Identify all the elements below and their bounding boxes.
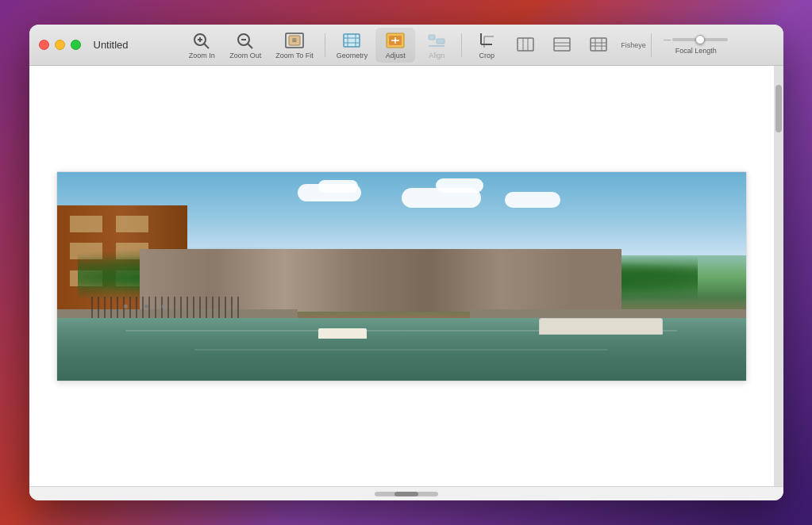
titlebar: Untitled Zoom In [29,25,783,66]
canvas[interactable] [29,66,774,486]
people [112,301,181,318]
svg-text:⊞: ⊞ [292,37,297,43]
align-button[interactable]: Align [417,28,456,63]
close-button[interactable] [39,40,49,50]
panorama-scene [57,172,746,381]
focal-length-slider[interactable] [672,38,728,41]
maximize-button[interactable] [71,40,81,50]
svg-rect-20 [437,39,444,44]
crop-button[interactable]: Crop [467,28,506,63]
minimize-button[interactable] [55,40,65,50]
fisheye-icon-3 [587,35,610,54]
fisheye-btn-1[interactable] [508,32,543,59]
cloud-5 [505,192,560,208]
adjust-icon [384,31,406,50]
boat-2 [539,318,663,335]
window-title: Untitled [94,39,129,51]
svg-rect-10 [344,34,360,47]
crop-icon [475,31,498,50]
zoom-in-icon [190,31,213,50]
zoom-to-fit-icon: ⊞ [283,31,306,50]
adjust-button[interactable]: Adjust [375,28,415,63]
divider-2 [461,33,462,57]
svg-rect-32 [591,38,606,51]
svg-rect-26 [518,38,533,51]
adjust-label: Adjust [386,52,406,59]
fisheye-icon-2 [551,35,573,54]
horizontal-scroll-indicator[interactable] [375,492,438,496]
zoom-out-button[interactable]: Zoom Out [223,28,267,63]
content-area [29,66,783,486]
fisheye-label: Fisheye [621,41,646,49]
svg-rect-19 [429,35,435,40]
geometry-button[interactable]: Geometry [330,28,375,63]
geometry-icon [341,31,363,50]
fisheye-icon-1 [514,35,537,54]
vertical-scrollbar[interactable] [774,66,783,486]
cloud-4 [436,178,483,193]
divider-3 [651,33,652,57]
zoom-out-icon [234,31,256,50]
svg-rect-29 [554,38,570,51]
geometry-label: Geometry [337,52,368,59]
boat-1 [318,328,367,339]
scroll-indicator-thumb [394,492,418,496]
align-label: Align [429,52,444,59]
fisheye-btn-3[interactable] [581,32,616,59]
zoom-out-label: Zoom Out [229,52,261,59]
focal-slider-row: — [664,36,728,44]
main-window: Untitled Zoom In [29,25,783,500]
zoom-to-fit-label: Zoom To Fit [275,52,313,59]
bottom-bar [29,486,783,500]
focal-slider-thumb [695,35,705,44]
crop-label: Crop [479,52,495,59]
focal-length-label: Focal Length [675,47,717,55]
fisheye-btn-2[interactable] [545,32,579,59]
divider-1 [325,33,325,57]
svg-line-6 [248,44,252,48]
panorama-image [56,171,747,381]
zoom-to-fit-button[interactable]: ⊞ Zoom To Fit [269,28,319,63]
align-icon [425,31,448,50]
cloud-2 [318,180,358,193]
svg-line-3 [204,44,209,48]
zoom-in-label: Zoom In [189,52,215,59]
focal-min-label: — [664,36,671,44]
scrollbar-thumb[interactable] [775,85,782,132]
zoom-in-button[interactable]: Zoom In [182,28,221,63]
traffic-lights [39,40,81,50]
focal-length-section: — Focal Length [656,36,736,55]
toolbar: Zoom In Zoom Out [144,28,774,63]
